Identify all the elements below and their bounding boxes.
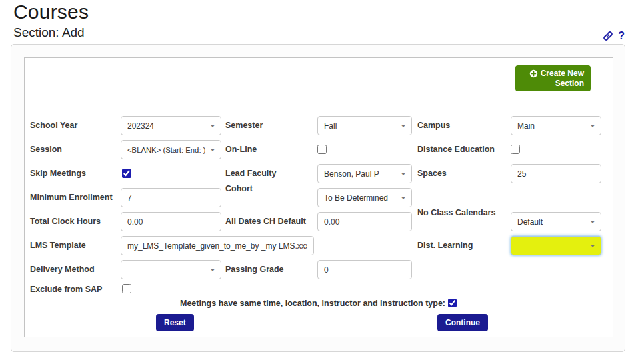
session-value: <BLANK> (Start: End: ) — [127, 146, 205, 154]
meetings-same-time-checkbox[interactable] — [448, 299, 457, 307]
campus-value: Main — [517, 121, 535, 131]
reset-button[interactable]: Reset — [156, 314, 194, 331]
distance-education-checkbox[interactable] — [511, 145, 520, 154]
cohort-label: Cohort — [225, 184, 253, 194]
spaces-input[interactable] — [511, 164, 601, 183]
skip-meetings-checkbox[interactable] — [122, 169, 131, 178]
total-clock-hours-input[interactable] — [121, 212, 221, 231]
permalink-icon[interactable] — [603, 31, 613, 41]
exclude-from-sap-label: Exclude from SAP — [30, 284, 102, 295]
no-class-calendars-value: Default — [517, 217, 543, 227]
section-add-panel: Create New Section School Year 202324 ▼ … — [11, 44, 625, 352]
session-label: Session — [30, 140, 62, 159]
chevron-down-icon: ▼ — [589, 219, 596, 224]
chevron-down-icon: ▼ — [400, 171, 407, 176]
create-new-label-line2: Section — [555, 79, 584, 89]
school-year-label: School Year — [30, 116, 77, 135]
chevron-down-icon: ▼ — [209, 267, 216, 272]
no-class-calendars-dropdown[interactable]: Default ▼ — [511, 212, 601, 231]
chevron-down-icon: ▼ — [400, 195, 407, 200]
chevron-down-icon: ▼ — [589, 243, 596, 248]
online-label: On-Line — [225, 140, 257, 159]
chevron-down-icon: ▼ — [209, 123, 216, 128]
meetings-same-time-label: Meetings have same time, location, instr… — [180, 299, 445, 308]
chevron-down-icon: ▼ — [589, 123, 596, 128]
lms-template-input[interactable] — [121, 236, 314, 255]
create-new-label-line1: Create New — [541, 69, 584, 79]
lead-faculty-dropdown[interactable]: Benson, Paul P ▼ — [317, 164, 412, 183]
no-class-calendars-label: No Class Calendars — [417, 208, 495, 218]
passing-grade-label: Passing Grade — [225, 260, 284, 279]
dist-learning-label: Dist. Learning — [417, 236, 473, 255]
page-title: Courses — [13, 1, 89, 23]
all-dates-ch-default-input[interactable] — [317, 212, 412, 231]
campus-dropdown[interactable]: Main ▼ — [511, 116, 601, 135]
continue-button[interactable]: Continue — [437, 314, 488, 331]
session-dropdown[interactable]: <BLANK> (Start: End: ) ▼ — [121, 140, 221, 159]
semester-value: Fall — [324, 121, 337, 131]
passing-grade-input[interactable] — [317, 260, 412, 279]
chevron-down-icon: ▼ — [400, 123, 407, 128]
exclude-from-sap-checkbox[interactable] — [122, 284, 131, 293]
skip-meetings-label: Skip Meetings — [30, 164, 86, 183]
online-checkbox[interactable] — [317, 145, 327, 154]
campus-label: Campus — [417, 116, 450, 135]
semester-label: Semester — [225, 116, 263, 135]
minimum-enrollment-input[interactable] — [121, 188, 221, 207]
distance-education-label: Distance Education — [417, 140, 495, 159]
cohort-dropdown[interactable]: To Be Determined ▼ — [317, 188, 412, 207]
spaces-label: Spaces — [417, 164, 447, 183]
page-subtitle: Section: Add — [13, 25, 85, 40]
school-year-value: 202324 — [127, 121, 154, 131]
plus-circle-icon — [529, 69, 538, 78]
create-new-section-button[interactable]: Create New Section — [515, 65, 591, 91]
minimum-enrollment-label: Minimum Enrollment — [30, 188, 113, 207]
cohort-value: To Be Determined — [324, 193, 388, 203]
chevron-down-icon: ▼ — [209, 147, 216, 152]
semester-dropdown[interactable]: Fall ▼ — [317, 116, 412, 135]
lead-faculty-value: Benson, Paul P — [324, 169, 379, 179]
school-year-dropdown[interactable]: 202324 ▼ — [121, 116, 221, 135]
lead-faculty-label: Lead Faculty — [225, 164, 276, 183]
lms-template-label: LMS Template — [30, 236, 86, 255]
header-icons: ? — [603, 31, 625, 41]
delivery-method-dropdown[interactable]: ▼ — [121, 260, 221, 279]
section-add-form: Create New Section School Year 202324 ▼ … — [24, 57, 613, 337]
delivery-method-label: Delivery Method — [30, 260, 95, 279]
meetings-same-time-row: Meetings have same time, location, instr… — [25, 297, 614, 309]
help-icon[interactable]: ? — [618, 31, 625, 41]
dist-learning-dropdown[interactable]: ▼ — [511, 236, 601, 255]
total-clock-hours-label: Total Clock Hours — [30, 212, 101, 231]
all-dates-ch-default-label: All Dates CH Default — [225, 212, 306, 231]
